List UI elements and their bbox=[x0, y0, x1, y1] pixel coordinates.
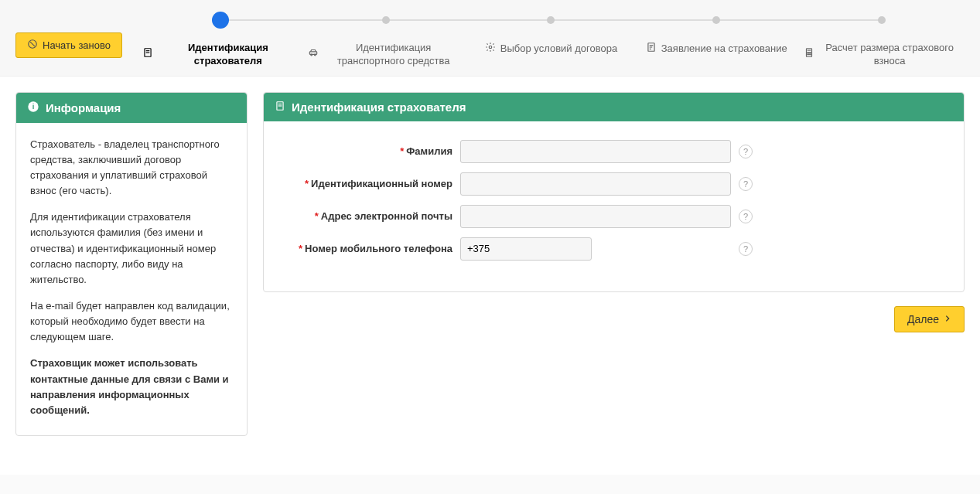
info-panel: i Информация Страхователь - владелец тра… bbox=[15, 92, 248, 436]
topbar: Начать заново Идентификация страхователя bbox=[0, 0, 980, 77]
step-4[interactable]: Заявление на страхование bbox=[633, 11, 799, 56]
input-email[interactable] bbox=[460, 205, 731, 228]
label-idnumber: Идентификационный номер bbox=[311, 178, 452, 189]
svg-point-20 bbox=[810, 54, 811, 55]
info-p1: Страхователь - владелец транспортного ср… bbox=[30, 137, 233, 199]
refresh-icon bbox=[27, 39, 38, 52]
step-label: Расчет размера страхового взноса bbox=[819, 42, 960, 68]
step-3[interactable]: Выбор условий договора bbox=[469, 11, 634, 56]
label-phone: Номер мобильного телефона bbox=[305, 243, 452, 254]
svg-point-8 bbox=[489, 46, 492, 49]
info-p2: Для идентификации страхователя использую… bbox=[30, 210, 233, 288]
info-p4: Страховщик может использовать контактные… bbox=[30, 356, 233, 418]
help-icon[interactable]: ? bbox=[739, 145, 753, 158]
svg-point-19 bbox=[809, 54, 810, 55]
step-1[interactable]: Идентификация страхователя bbox=[138, 11, 303, 68]
row-email: *Адрес электронной почты ? bbox=[282, 205, 945, 228]
next-label: Далее bbox=[907, 313, 939, 325]
doc-icon bbox=[275, 101, 285, 114]
row-surname: *Фамилия ? bbox=[282, 140, 945, 163]
step-label: Выбор условий договора bbox=[500, 43, 617, 56]
label-surname: Фамилия bbox=[406, 145, 452, 157]
svg-point-16 bbox=[809, 53, 810, 53]
step-label: Идентификация страхователя bbox=[158, 42, 299, 68]
info-title: Информация bbox=[46, 101, 121, 114]
info-panel-header: i Информация bbox=[16, 93, 247, 123]
info-body: Страхователь - владелец транспортного ср… bbox=[16, 123, 247, 435]
step-5[interactable]: Расчет размера страхового взноса bbox=[799, 11, 965, 68]
row-idnumber: *Идентификационный номер ? bbox=[282, 172, 945, 196]
doc-icon bbox=[142, 47, 153, 62]
help-icon[interactable]: ? bbox=[739, 210, 753, 223]
svg-point-17 bbox=[810, 53, 811, 53]
gear-icon bbox=[485, 42, 496, 56]
input-surname[interactable] bbox=[460, 140, 731, 163]
svg-text:i: i bbox=[32, 103, 35, 111]
help-icon[interactable]: ? bbox=[739, 177, 753, 191]
restart-label: Начать заново bbox=[43, 39, 111, 51]
step-label: Идентификация транспортного средства bbox=[323, 42, 464, 68]
next-button[interactable]: Далее bbox=[894, 306, 965, 332]
car-icon bbox=[308, 47, 319, 62]
stepper: Идентификация страхователя Идентификация… bbox=[138, 11, 965, 68]
form-panel-header: Идентификация страхователя bbox=[264, 93, 964, 121]
calc-icon bbox=[804, 47, 814, 62]
input-phone[interactable] bbox=[460, 237, 592, 261]
input-idnumber[interactable] bbox=[460, 172, 731, 196]
row-phone: *Номер мобильного телефона ? bbox=[282, 237, 945, 261]
help-icon[interactable]: ? bbox=[739, 242, 753, 256]
label-email: Адрес электронной почты bbox=[321, 210, 452, 222]
step-label: Заявление на страхование bbox=[661, 43, 787, 56]
info-p3: На e-mail будет направлен код валидации,… bbox=[30, 298, 233, 345]
svg-point-18 bbox=[808, 54, 808, 55]
file-icon bbox=[646, 42, 657, 56]
restart-button[interactable]: Начать заново bbox=[15, 32, 122, 58]
chevron-right-icon bbox=[944, 313, 951, 325]
svg-line-1 bbox=[30, 42, 35, 46]
form-panel: Идентификация страхователя *Фамилия ? *И… bbox=[263, 92, 965, 292]
info-icon: i bbox=[27, 101, 39, 115]
svg-point-15 bbox=[808, 53, 808, 53]
step-2[interactable]: Идентификация транспортного средства bbox=[303, 11, 469, 68]
form-title: Идентификация страхователя bbox=[292, 101, 466, 114]
